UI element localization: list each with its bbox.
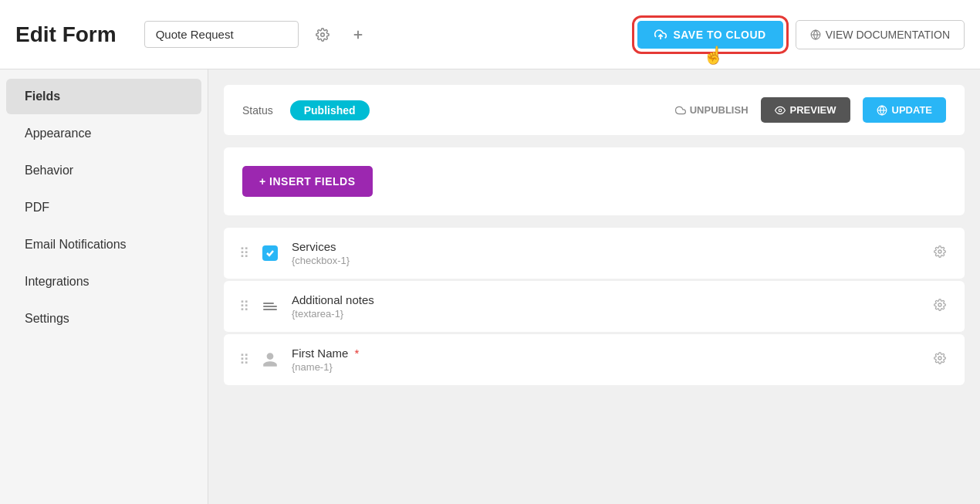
field-settings-button[interactable] xyxy=(931,349,949,370)
table-row: ⠿ Services {checkbox-1} xyxy=(224,228,965,279)
field-key: {name-1} xyxy=(292,361,920,373)
person-field-icon xyxy=(259,351,281,368)
insert-fields-section: + INSERT FIELDS xyxy=(224,147,965,215)
upload-cloud-icon xyxy=(654,29,667,41)
svg-point-11 xyxy=(938,357,941,360)
drag-handle[interactable]: ⠿ xyxy=(239,298,248,315)
sidebar-item-behavior[interactable]: Behavior xyxy=(6,153,201,188)
status-bar: Status Published UNPUBLISH PREVIEW UPDAT… xyxy=(224,85,965,135)
update-button[interactable]: UPDATE xyxy=(863,97,946,123)
drag-handle[interactable]: ⠿ xyxy=(239,245,248,262)
published-badge: Published xyxy=(290,100,370,120)
sidebar-item-fields[interactable]: Fields xyxy=(6,79,201,114)
sidebar: Fields Appearance Behavior PDF Email Not… xyxy=(0,69,208,504)
form-name-input[interactable] xyxy=(144,21,299,48)
field-name: First Name * xyxy=(292,347,920,360)
field-info: First Name * {name-1} xyxy=(292,347,920,373)
gear-icon xyxy=(934,299,946,311)
gear-icon xyxy=(316,28,329,42)
field-info: Additional notes {textarea-1} xyxy=(292,293,920,320)
content-area: Status Published UNPUBLISH PREVIEW UPDAT… xyxy=(208,69,980,504)
save-to-cloud-button[interactable]: SAVE TO CLOUD xyxy=(637,21,782,49)
fields-list: ⠿ Services {checkbox-1} ⠿ xyxy=(224,228,965,385)
globe-icon xyxy=(810,29,821,40)
save-cloud-wrapper: SAVE TO CLOUD ☝ xyxy=(637,21,782,49)
globe-update-icon xyxy=(877,105,887,116)
field-name: Services xyxy=(292,240,920,253)
sidebar-item-integrations[interactable]: Integrations xyxy=(6,264,201,299)
table-row: ⠿ First Name * {name-1} xyxy=(224,334,965,385)
svg-point-9 xyxy=(938,250,941,253)
page-title: Edit Form xyxy=(15,22,117,47)
status-label: Status xyxy=(242,104,273,117)
preview-button[interactable]: PREVIEW xyxy=(761,97,850,123)
plus-icon xyxy=(351,28,365,42)
view-documentation-button[interactable]: VIEW DOCUMENTATION xyxy=(796,20,965,49)
field-name: Additional notes xyxy=(292,293,920,306)
settings-icon-button[interactable] xyxy=(311,23,334,46)
sidebar-item-settings[interactable]: Settings xyxy=(6,301,201,337)
insert-fields-button[interactable]: + INSERT FIELDS xyxy=(242,166,373,197)
svg-point-0 xyxy=(320,32,324,36)
field-key: {checkbox-1} xyxy=(292,255,920,266)
field-settings-button[interactable] xyxy=(931,242,949,264)
add-icon-button[interactable] xyxy=(346,23,370,46)
sidebar-item-appearance[interactable]: Appearance xyxy=(6,116,201,151)
field-settings-button[interactable] xyxy=(931,296,949,317)
sidebar-item-email-notifications[interactable]: Email Notifications xyxy=(6,227,201,262)
checkbox-field-icon xyxy=(259,245,281,261)
textarea-field-icon xyxy=(259,303,281,310)
cloud-icon xyxy=(675,105,686,116)
table-row: ⠿ Additional notes {textarea-1} xyxy=(224,281,965,333)
gear-icon xyxy=(934,245,946,258)
top-bar: Edit Form SAVE TO CLOUD ☝ VIEW DOCUMENTA… xyxy=(0,0,980,69)
main-layout: Fields Appearance Behavior PDF Email Not… xyxy=(0,69,980,504)
svg-point-10 xyxy=(938,303,941,306)
field-key: {textarea-1} xyxy=(292,308,920,320)
textarea-icon xyxy=(263,303,277,310)
drag-handle[interactable]: ⠿ xyxy=(239,351,248,368)
sidebar-item-pdf[interactable]: PDF xyxy=(6,190,201,225)
unpublish-button[interactable]: UNPUBLISH xyxy=(675,104,749,116)
checkbox-icon xyxy=(262,245,278,261)
field-info: Services {checkbox-1} xyxy=(292,240,920,266)
person-icon xyxy=(262,351,279,368)
gear-icon xyxy=(934,352,946,364)
required-indicator: * xyxy=(351,347,359,360)
svg-point-6 xyxy=(779,109,782,112)
eye-icon xyxy=(775,105,786,116)
